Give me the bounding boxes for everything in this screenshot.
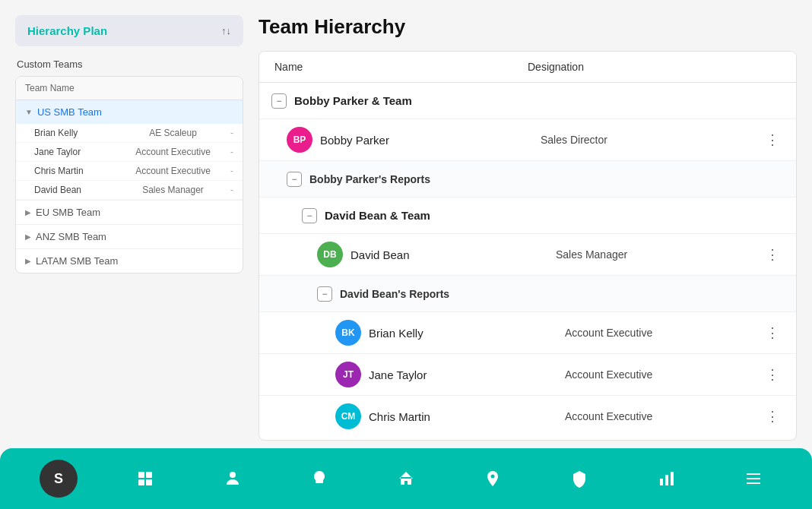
col-name-header: Name	[274, 61, 528, 73]
team-name-anz-smb: ANZ SMB Team	[36, 231, 106, 242]
team-group-header-us-smb[interactable]: ▼ US SMB Team	[16, 100, 243, 124]
team-group-latam-smb[interactable]: ▶ LATAM SMB Team	[16, 249, 243, 273]
svg-rect-0	[138, 472, 144, 478]
collapse-button[interactable]: −	[287, 172, 302, 187]
nav-item-shield[interactable]	[560, 460, 598, 498]
custom-teams-title: Custom Teams	[15, 58, 243, 70]
table-row: JT Jane Taylor Account Executive ⋮	[259, 354, 796, 396]
list-item: Jane Taylor Account Executive -	[16, 143, 243, 162]
avatar: JT	[335, 362, 361, 387]
pin-icon	[484, 469, 502, 488]
designation-text: Account Executive	[565, 410, 761, 422]
avatar: DB	[317, 242, 343, 267]
more-options-button[interactable]: ⋮	[761, 363, 784, 386]
shield-icon	[570, 469, 588, 488]
group-label: Bobby Parker & Team	[294, 94, 412, 107]
avatar: BK	[335, 320, 361, 346]
custom-teams-section: Custom Teams Team Name ▼ US SMB Team Bri…	[15, 58, 243, 273]
svg-point-5	[318, 475, 321, 478]
more-options-button[interactable]: ⋮	[761, 128, 784, 151]
hierarchy-plan-label: Hierarchy Plan	[27, 24, 107, 37]
svg-rect-3	[146, 479, 152, 485]
team-group-anz-smb[interactable]: ▶ ANZ SMB Team	[16, 225, 243, 249]
svg-rect-8	[665, 475, 668, 485]
avatar: BP	[287, 127, 312, 153]
person-name: Chris Martin	[369, 410, 565, 423]
table-row: − Bobby Parker's Reports	[259, 161, 796, 198]
chevron-right-icon: ▶	[25, 232, 31, 241]
menu-icon	[744, 469, 763, 488]
hierarchy-plan-count: ↑↓	[221, 25, 231, 36]
designation-text: Account Executive	[565, 368, 761, 381]
nav-item-person[interactable]	[214, 460, 252, 498]
svg-rect-2	[138, 479, 144, 485]
nav-item-chart[interactable]	[648, 460, 686, 498]
table-row: − David Bean & Team	[259, 198, 796, 234]
svg-point-6	[491, 475, 495, 479]
house-icon	[397, 469, 415, 488]
table-row: CM Chris Martin Account Executive ⋮	[259, 396, 796, 437]
bottom-nav: S	[0, 448, 812, 509]
designation-text: Sales Manager	[556, 248, 761, 261]
list-item: Brian Kelly AE Scaleup -	[16, 124, 243, 143]
designation-text: Account Executive	[565, 327, 761, 339]
bulb-icon	[310, 469, 328, 488]
more-options-button[interactable]: ⋮	[761, 405, 784, 428]
table-row: − Bobby Parker & Team	[259, 83, 796, 119]
svg-rect-9	[671, 472, 674, 485]
table-row: BK Brian Kelly Account Executive ⋮	[259, 312, 796, 354]
svg-rect-7	[660, 479, 663, 485]
right-panel: Team Hierarchy Name Designation − Bobby …	[259, 15, 797, 441]
group-label: David Bean & Team	[325, 209, 430, 222]
team-name-us-smb: US SMB Team	[37, 106, 102, 118]
chevron-down-icon: ▼	[25, 108, 33, 116]
nav-item-house[interactable]	[387, 460, 425, 498]
teams-table: Team Name ▼ US SMB Team Brian Kelly AE S…	[15, 76, 243, 273]
team-name-latam-smb: LATAM SMB Team	[36, 255, 118, 267]
team-group-us-smb: ▼ US SMB Team Brian Kelly AE Scaleup - J…	[16, 100, 243, 201]
teams-table-header: Team Name	[16, 77, 243, 100]
collapse-button[interactable]: −	[271, 93, 287, 109]
col-designation-header: Designation	[528, 61, 781, 73]
list-item: Chris Martin Account Executive -	[16, 162, 243, 181]
person-name: David Bean	[350, 248, 556, 261]
table-row: − David Bean's Reports	[259, 276, 796, 312]
nav-item-grid[interactable]	[126, 460, 164, 498]
team-group-eu-smb[interactable]: ▶ EU SMB Team	[16, 201, 243, 225]
nav-item-menu[interactable]	[734, 460, 772, 498]
collapse-button[interactable]: −	[317, 286, 332, 302]
person-name: Brian Kelly	[369, 327, 565, 340]
team-name-eu-smb: EU SMB Team	[36, 207, 100, 218]
collapse-button[interactable]: −	[302, 208, 317, 223]
chevron-right-icon: ▶	[25, 208, 31, 217]
avatar: CM	[335, 403, 361, 429]
more-options-button[interactable]: ⋮	[761, 321, 784, 344]
chart-icon	[658, 469, 676, 488]
designation-text: Sales Director	[541, 134, 761, 146]
table-row: BP Bobby Parker Sales Director ⋮	[259, 119, 796, 161]
grid-icon	[136, 469, 154, 488]
list-item: David Bean Sales Manager -	[16, 181, 243, 200]
person-name: Bobby Parker	[320, 134, 541, 147]
us-smb-members: Brian Kelly AE Scaleup - Jane Taylor Acc…	[16, 124, 243, 200]
nav-item-pin[interactable]	[474, 460, 512, 498]
nav-item-home[interactable]: S	[40, 460, 78, 498]
chevron-right-icon: ▶	[25, 257, 31, 265]
svg-point-4	[230, 472, 236, 478]
svg-rect-1	[146, 472, 152, 478]
hierarchy-table: Name Designation − Bobby Parker & Team B…	[259, 51, 797, 441]
person-name: Jane Taylor	[369, 368, 565, 381]
hierarchy-plan-button[interactable]: Hierarchy Plan ↑↓	[15, 15, 243, 46]
table-header: Name Designation	[259, 52, 796, 83]
more-options-button[interactable]: ⋮	[761, 243, 784, 266]
nav-item-bulb[interactable]	[300, 460, 338, 498]
page-title: Team Hierarchy	[259, 15, 797, 39]
person-icon	[224, 469, 242, 488]
home-icon: S	[54, 471, 63, 487]
left-panel: Hierarchy Plan ↑↓ Custom Teams Team Name…	[15, 15, 243, 441]
table-row: DB David Bean Sales Manager ⋮	[259, 234, 796, 276]
sub-section-label: Bobby Parker's Reports	[309, 173, 430, 185]
sub-section-label: David Bean's Reports	[340, 288, 449, 300]
